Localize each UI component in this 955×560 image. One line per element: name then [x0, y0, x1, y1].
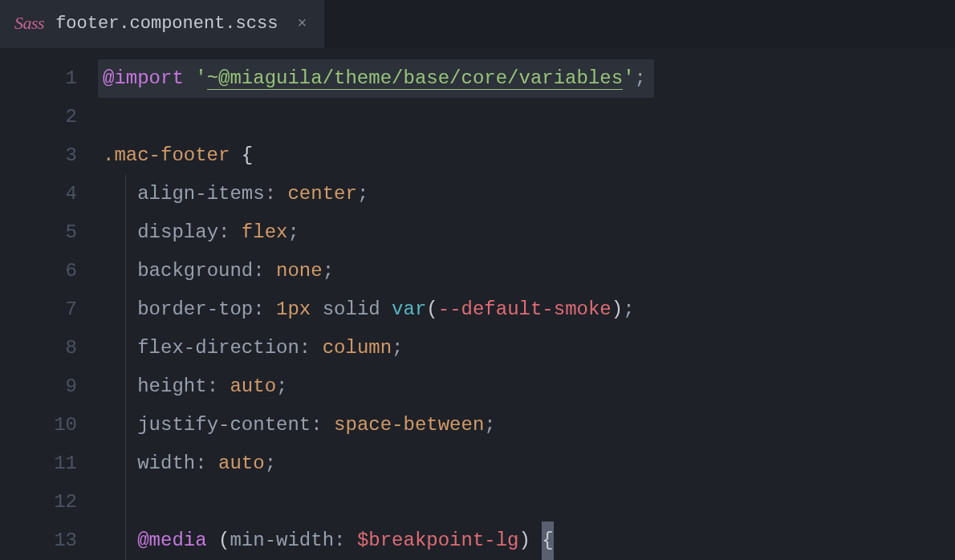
line-number: 13: [0, 521, 77, 560]
indent-guide: [125, 367, 126, 406]
code-editor[interactable]: 1 2 3 4 5 6 7 8 9 10 11 12 13 @import '~…: [0, 48, 955, 560]
code-line: border-top: 1px solid var(--default-smok…: [103, 290, 955, 329]
scss-variable: $breakpoint-lg: [357, 530, 519, 551]
code-line: .mac-footer {: [103, 136, 955, 175]
line-number: 7: [0, 290, 77, 329]
line-number: 3: [0, 136, 77, 175]
line-number: 1: [0, 59, 77, 98]
line-number: 10: [0, 406, 77, 444]
code-line: justify-content: space-between;: [103, 406, 955, 444]
at-rule: @media: [137, 530, 206, 551]
css-property: justify-content: [137, 414, 311, 436]
code-line: align-items: center;: [103, 175, 955, 213]
css-value: flex: [242, 221, 288, 243]
code-line: height: auto;: [103, 367, 955, 406]
indent-guide: [125, 252, 126, 290]
media-feature: min-width: [230, 530, 334, 551]
line-number: 4: [0, 175, 77, 213]
code-line: width: auto;: [103, 444, 955, 483]
indent-guide: [125, 483, 126, 521]
code-line: @media (min-width: $breakpoint-lg) {: [103, 521, 955, 560]
sass-icon: Sass: [14, 13, 44, 34]
css-property: align-items: [137, 183, 264, 205]
code-line: @import '~@miaguila/theme/base/core/vari…: [103, 59, 955, 98]
code-line: flex-direction: column;: [103, 329, 955, 367]
css-number: 1px: [276, 298, 311, 320]
line-number: 5: [0, 213, 77, 252]
css-keyword: solid: [323, 298, 380, 320]
string-quote: ': [623, 67, 634, 89]
css-function: var: [392, 298, 426, 320]
line-number: 11: [0, 444, 77, 483]
css-value: space-between: [334, 414, 484, 436]
indent-guide: [125, 329, 126, 367]
line-number: 8: [0, 329, 77, 367]
code-line: background: none;: [103, 252, 955, 290]
css-property: height: [137, 375, 206, 397]
indent-guide: [125, 406, 126, 444]
indent-guide: [125, 175, 126, 213]
css-property: flex-direction: [137, 337, 299, 359]
css-property: display: [137, 221, 218, 243]
indent-guide: [125, 521, 126, 560]
indent-guide: [125, 290, 126, 329]
semicolon: ;: [635, 67, 646, 89]
brace-open: {: [242, 144, 253, 166]
import-path: ~@miaguila/theme/base/core/variables: [207, 67, 623, 90]
tab-bar: Sass footer.component.scss ×: [0, 0, 955, 48]
line-number-gutter: 1 2 3 4 5 6 7 8 9 10 11 12 13: [0, 59, 103, 560]
css-custom-prop: --default-smoke: [438, 298, 612, 320]
css-value: auto: [218, 452, 265, 474]
css-value: center: [287, 183, 356, 205]
line-number: 9: [0, 367, 77, 406]
css-value: auto: [230, 375, 276, 397]
css-property: background: [137, 260, 253, 282]
code-line: [103, 483, 955, 521]
line-number: 2: [0, 98, 77, 136]
selector: .mac-footer: [103, 144, 230, 166]
indent-guide: [125, 444, 126, 483]
line-number: 12: [0, 483, 77, 521]
close-icon[interactable]: ×: [297, 14, 307, 33]
tab-filename: footer.component.scss: [55, 14, 278, 34]
css-value: none: [276, 260, 323, 282]
tab-footer-component-scss[interactable]: Sass footer.component.scss ×: [0, 0, 324, 48]
code-line: [103, 98, 955, 136]
css-property: width: [137, 452, 195, 474]
indent-guide: [125, 213, 126, 252]
code-line: display: flex;: [103, 213, 955, 252]
cursor: {: [542, 521, 554, 560]
css-value: column: [323, 337, 392, 359]
css-property: border-top: [137, 298, 253, 320]
keyword-import: @import: [103, 67, 184, 89]
string-quote: ': [195, 67, 206, 89]
code-area[interactable]: @import '~@miaguila/theme/base/core/vari…: [103, 59, 955, 560]
line-number: 6: [0, 252, 77, 290]
